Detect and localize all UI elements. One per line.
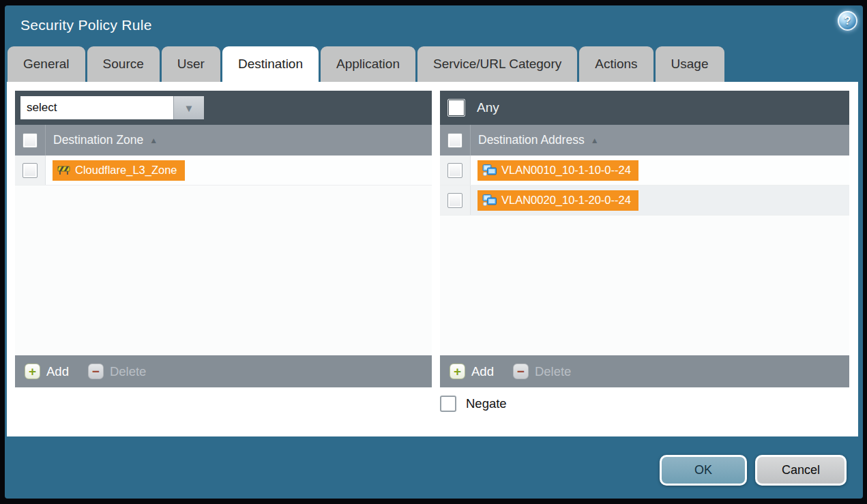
add-icon: + (450, 364, 465, 379)
add-icon: + (25, 364, 40, 379)
object-tag[interactable]: VLAN0010_10-1-10-0--24 (477, 160, 638, 181)
address-column-header-label: Destination Address (478, 133, 585, 147)
address-select-all-checkbox[interactable] (447, 133, 462, 148)
address-toolbar: Any (440, 91, 849, 125)
tab-application[interactable]: Application (321, 46, 415, 82)
zone-footer: + Add − Delete (15, 355, 432, 387)
address-list: VLAN0010_10-1-10-0--24 VLAN0020_10-1-20-… (440, 155, 849, 355)
help-icon[interactable]: ? (838, 11, 857, 31)
address-table-header: Destination Address ▲ (440, 125, 849, 155)
delete-icon: − (513, 364, 529, 379)
table-row[interactable]: Cloudflare_L3_Zone (15, 155, 432, 186)
sort-asc-icon: ▲ (149, 136, 158, 145)
tab-bar: General Source User Destination Applicat… (8, 46, 724, 82)
tab-service-url-category[interactable]: Service/URL Category (417, 46, 577, 82)
row-checkbox[interactable] (23, 163, 38, 178)
address-delete-button[interactable]: − Delete (513, 364, 571, 379)
object-tag[interactable]: Cloudflare_L3_Zone (53, 160, 185, 181)
address-add-label: Add (471, 364, 494, 379)
table-row[interactable]: VLAN0010_10-1-10-0--24 (440, 155, 849, 186)
address-column-header[interactable]: Destination Address ▲ (471, 125, 599, 155)
destination-zone-panel: ▼ Destination Zone ▲ Cloudflare_L3_Zone (15, 91, 432, 387)
negate-row: Negate (440, 396, 507, 412)
destination-address-panel: Any Destination Address ▲ VLAN0010_10-1-… (440, 91, 849, 387)
tab-user[interactable]: User (162, 46, 220, 82)
row-checkbox[interactable] (447, 193, 462, 208)
zone-add-label: Add (46, 364, 69, 379)
negate-label: Negate (466, 396, 507, 411)
table-row[interactable]: VLAN0020_10-1-20-0--24 (440, 186, 849, 216)
negate-checkbox[interactable] (440, 396, 456, 412)
zone-column-header[interactable]: Destination Zone ▲ (46, 125, 158, 155)
zone-select-all-checkbox[interactable] (23, 133, 38, 148)
any-checkbox[interactable] (447, 99, 465, 117)
chevron-down-icon: ▼ (184, 102, 194, 114)
address-icon (482, 164, 497, 176)
zone-select-input[interactable] (20, 96, 173, 119)
address-delete-label: Delete (535, 364, 571, 379)
object-tag[interactable]: VLAN0020_10-1-20-0--24 (477, 190, 638, 211)
delete-icon: − (88, 364, 104, 379)
tab-destination[interactable]: Destination (222, 46, 319, 82)
zone-table-header: Destination Zone ▲ (15, 125, 432, 155)
zone-list: Cloudflare_L3_Zone (15, 155, 432, 355)
zone-delete-button[interactable]: − Delete (88, 364, 146, 379)
dialog-title: Security Policy Rule (20, 17, 152, 33)
tab-source[interactable]: Source (87, 46, 160, 82)
cancel-button[interactable]: Cancel (755, 455, 847, 486)
row-checkbox[interactable] (447, 163, 462, 178)
zone-delete-label: Delete (110, 364, 146, 379)
zone-select-dropdown-button[interactable]: ▼ (173, 96, 204, 119)
address-footer: + Add − Delete (440, 355, 849, 387)
dialog-content: ▼ Destination Zone ▲ Cloudflare_L3_Zone (7, 82, 858, 436)
tab-actions[interactable]: Actions (579, 46, 653, 82)
security-policy-rule-dialog: Security Policy Rule ? General Source Us… (5, 5, 863, 499)
tab-usage[interactable]: Usage (656, 46, 724, 82)
ok-button[interactable]: OK (660, 455, 747, 486)
zone-add-button[interactable]: + Add (25, 364, 69, 379)
sort-asc-icon: ▲ (591, 136, 599, 145)
address-add-button[interactable]: + Add (450, 364, 494, 379)
zone-column-header-label: Destination Zone (53, 133, 143, 147)
zone-select-combo: ▼ (20, 96, 204, 119)
zone-icon (57, 165, 70, 175)
zone-toolbar: ▼ (15, 91, 432, 125)
tab-general[interactable]: General (8, 46, 85, 82)
address-icon (482, 194, 497, 206)
any-label: Any (477, 100, 499, 115)
